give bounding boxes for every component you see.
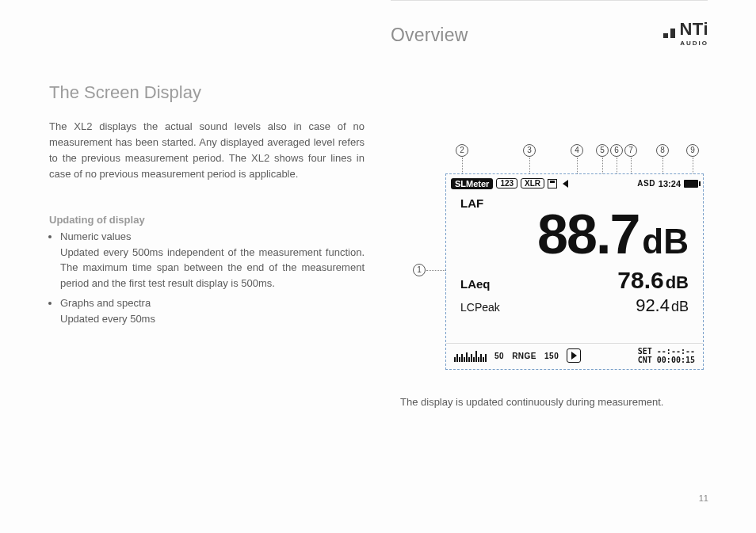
callout-leader bbox=[693, 158, 693, 173]
logo-subtext: AUDIO bbox=[663, 40, 708, 47]
clock-value: 13:24 bbox=[659, 179, 681, 188]
mode-chip: SLMeter bbox=[451, 178, 493, 189]
cnt-value: 00:00:15 bbox=[657, 356, 695, 364]
laf-unit: dB bbox=[642, 224, 689, 259]
logo-bar-icon bbox=[663, 33, 668, 38]
callout-4: 4 bbox=[571, 144, 583, 157]
callout-leader bbox=[577, 158, 578, 173]
range-low: 50 bbox=[494, 352, 504, 360]
device-display: SLMeter 123 XLR ASD 13:24 LAF 88.7 dB LA… bbox=[445, 173, 704, 370]
laeq-value: 78.6 bbox=[617, 267, 663, 293]
laeq-unit: dB bbox=[666, 272, 689, 292]
page-header-title: Overview bbox=[391, 25, 468, 46]
bullet-title: Numeric values bbox=[60, 230, 132, 242]
battery-icon bbox=[684, 180, 698, 188]
callout-leader bbox=[602, 158, 603, 173]
callout-9: 9 bbox=[686, 144, 699, 157]
set-label: SET bbox=[638, 347, 652, 356]
intro-paragraph: The XL2 displays the actual sound levels… bbox=[49, 119, 365, 183]
callout-7: 7 bbox=[624, 144, 637, 157]
page-number: 11 bbox=[699, 493, 708, 503]
laeq-label: LAeq bbox=[460, 277, 491, 291]
callout-1: 1 bbox=[413, 264, 426, 276]
range-label: RNGE bbox=[512, 352, 536, 360]
bullet-title: Graphs and spectra bbox=[60, 297, 151, 309]
bullet-detail: Updated every 50ms bbox=[60, 311, 365, 327]
display-bottom-bar: 50 RNGE 150 SET --:--:-- CNT 00:00:15 bbox=[446, 343, 703, 369]
figure-caption: The display is updated continuously duri… bbox=[400, 396, 663, 408]
callout-leader bbox=[529, 158, 530, 173]
bullet-detail: Updated every 500ms independent of the m… bbox=[60, 245, 365, 291]
range-high: 150 bbox=[544, 352, 559, 360]
callout-leader bbox=[631, 158, 632, 173]
callout-6: 6 bbox=[610, 144, 623, 157]
laf-value: 88.7 bbox=[537, 207, 639, 262]
save-icon bbox=[548, 179, 557, 188]
subheading: Updating of display bbox=[49, 214, 145, 226]
set-value: --:--:-- bbox=[657, 347, 695, 356]
callout-leader bbox=[426, 270, 445, 271]
cnt-label: CNT bbox=[638, 356, 652, 364]
display-status-bar: SLMeter 123 XLR ASD 13:24 bbox=[446, 174, 703, 192]
callout-2: 2 bbox=[456, 144, 468, 157]
play-icon bbox=[567, 348, 581, 363]
level-ticks-icon bbox=[454, 349, 487, 362]
bullet-list: Numeric values Updated every 500ms indep… bbox=[49, 229, 365, 331]
brand-logo: NTi AUDIO bbox=[663, 21, 708, 47]
lcpeak-value: 92.4 bbox=[636, 295, 670, 315]
logo-bar-icon bbox=[670, 29, 675, 38]
callout-3: 3 bbox=[523, 144, 536, 157]
asd-label: ASD bbox=[637, 179, 655, 188]
callout-leader bbox=[662, 158, 663, 173]
page-chip: 123 bbox=[496, 178, 517, 188]
header-separator bbox=[391, 0, 708, 1]
section-title: The Screen Display bbox=[49, 82, 201, 103]
logo-text: NTi bbox=[679, 21, 708, 38]
lcpeak-label: LCPeak bbox=[460, 301, 500, 314]
callout-leader bbox=[617, 158, 617, 173]
callout-8: 8 bbox=[656, 144, 669, 157]
speaker-icon bbox=[563, 180, 568, 188]
lcpeak-unit: dB bbox=[671, 299, 689, 314]
callout-leader bbox=[462, 158, 463, 173]
input-chip: XLR bbox=[521, 178, 544, 188]
callout-5: 5 bbox=[596, 144, 609, 157]
